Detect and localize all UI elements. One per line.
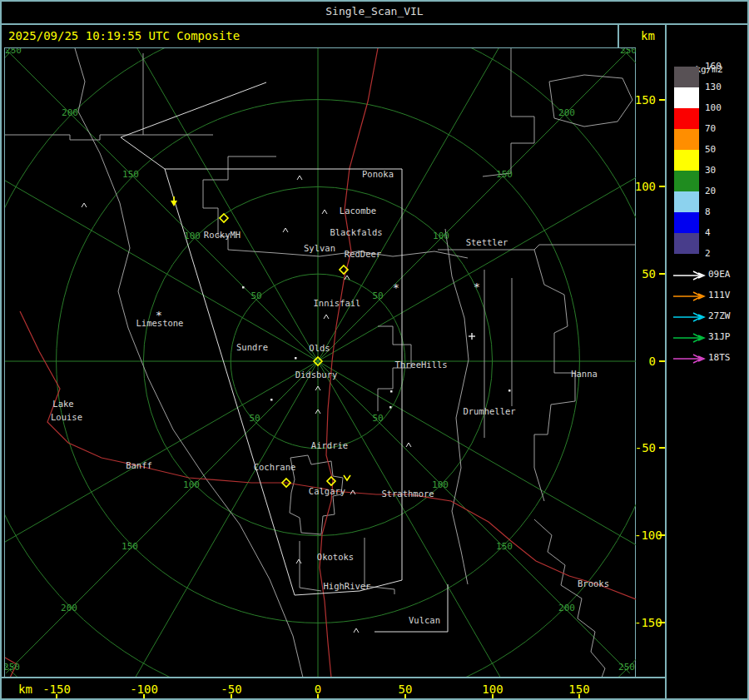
asterisk-marker: * [393,281,399,294]
bottom-axis-tick [317,694,319,700]
caret-town-marker [283,228,288,232]
right-axis-label: -100 [634,529,656,542]
radar-app-window: Single_Scan_VIL 2025/09/25 10:19:55 UTC … [0,0,749,700]
station-arrow-icon [672,290,707,305]
city-label-threehills: ThreeHills [394,360,447,370]
station-arrow-icon [672,310,707,326]
right-axis-tick [659,447,665,449]
divider [618,25,619,47]
dot-town-marker [242,286,245,289]
station-arrow-icon [672,269,707,285]
ring-distance-label: 50 [372,413,383,424]
legend-scale-value: 4 [705,227,711,238]
city-label-strathmore: Strathmore [381,489,434,499]
right-axis-tick [659,99,665,101]
right-axis-tick [659,186,665,187]
azimuth-spoke-240 [97,361,318,677]
ring-distance-label: 50 [250,290,261,301]
right-axis-tick [659,622,665,623]
scan-timestamp: 2025/09/25 10:19:55 UTC Composite [8,29,240,42]
divider [2,677,666,678]
legend-color-swatch [674,150,699,171]
right-axis-tick [659,534,665,536]
bottom-axis-tick [492,694,494,700]
azimuth-spoke-330 [318,361,636,582]
ring-distance-label: 50 [372,290,383,301]
ring-distance-label: 200 [558,603,575,613]
ring-distance-label: 250 [5,48,22,56]
ring-distance-label: 100 [433,231,449,241]
ring-distance-label: 100 [432,479,449,490]
city-label-sylvan: Sylvan [304,243,335,253]
ring-distance-label: 150 [122,541,138,552]
legend-divider [665,23,667,700]
legend-color-swatch [674,191,699,212]
ring-distance-label: 200 [61,603,77,613]
ring-distance-label: 200 [62,107,78,118]
legend-scale-value: 100 [705,102,722,113]
city-label-cochrane: Cochrane [254,462,296,472]
boundary-line [549,75,632,127]
city-label-innisfail: Innisfail [314,298,361,308]
ring-distance-label: 100 [183,479,200,490]
dot-town-marker [390,390,393,393]
dot-town-marker [295,357,297,360]
legend-scale-value: 2 [705,248,711,259]
bottom-axis-tick [404,694,406,700]
station-id-label: 27ZW [708,310,731,321]
right-axis-tick [659,273,665,275]
legend-color-swatch [674,108,699,129]
right-axis-label: 50 [634,267,656,280]
caret-town-marker [406,443,411,447]
city-label-airdrie: Airdrie [311,440,348,450]
legend-color-swatch [674,233,699,254]
legend-color-swatch [674,67,699,87]
azimuth-spoke-120 [97,48,318,361]
city-label-hanna: Hanna [571,369,598,379]
city-label-sundre: Sundre [236,342,268,352]
city-label-lake: Lake [52,399,73,409]
legend-scale-value: 30 [705,165,716,176]
city-label-louise: Louise [51,412,82,422]
title-bar: Single_Scan_VIL [2,5,747,17]
bottom-axis-tick [56,694,57,700]
bottom-axis-tick [231,694,232,700]
ring-distance-label: 250 [5,662,20,673]
ring-distance-label: 150 [496,541,513,552]
azimuth-spoke-150 [5,141,318,361]
ring-distance-label: 150 [122,169,139,180]
caret-town-marker [354,628,359,633]
dot-town-marker [508,390,511,392]
legend-scale-value: 8 [705,206,711,217]
ring-distance-label: 250 [618,662,635,673]
right-axis-label: 100 [634,180,656,193]
boundary-line [483,48,534,176]
city-label-drumheller: Drumheller [463,406,515,416]
radar-map[interactable]: 5050505010010010010015015015015020020020… [5,48,636,677]
city-label-didsbury: Didsbury [295,370,338,380]
station-id-label: 18TS [708,352,731,363]
station-arrow-icon [672,331,707,347]
city-label-okotoks: Okotoks [317,552,354,562]
caret-town-marker [297,176,302,180]
legend-scale-value: 50 [705,144,716,155]
legend-color-swatch [674,212,699,233]
asterisk-marker: * [156,309,162,321]
bottom-axis-tick [578,694,580,700]
caret-town-marker [296,559,301,563]
ring-distance-label: 250 [620,48,636,56]
right-axis-label: -150 [634,616,656,629]
city-label-reddeer: RedDeer [345,249,381,259]
chevron-down-marker [344,475,350,480]
city-label-blackfalds: Blackfalds [330,227,382,237]
ring-distance-label: 200 [558,107,575,118]
station-id-label: 31JP [708,331,731,342]
right-axis-units: km [641,29,655,42]
city-label-rockymh: RockyMH [204,230,241,240]
city-label-brooks: Brooks [578,578,609,588]
radar-site-diamond-marker [327,477,335,485]
ring-distance-label: 50 [249,413,260,424]
city-label-banff: Banff [126,460,152,470]
caret-town-marker [322,210,327,214]
station-arrow-icon [672,352,707,368]
